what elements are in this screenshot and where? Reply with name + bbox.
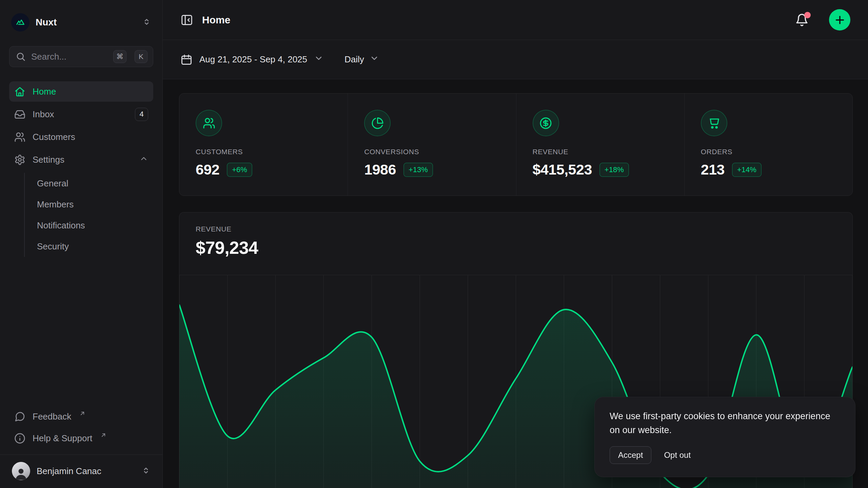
notifications-button[interactable] [795, 13, 809, 27]
stat-value: $415,523 [533, 161, 592, 178]
sidebar-item-label: Settings [33, 155, 132, 165]
workspace-switcher[interactable]: Nuxt [9, 12, 153, 33]
chevron-down-icon [314, 54, 323, 65]
users-icon [14, 131, 25, 143]
add-button[interactable] [829, 9, 850, 30]
external-link-icon [79, 409, 86, 419]
search-input[interactable] [31, 52, 108, 62]
stat-delta-badge: +6% [227, 163, 252, 177]
revenue-chart-header: REVENUE $79,234 [179, 212, 852, 258]
kbd-k: K [135, 50, 147, 63]
page-title: Home [202, 14, 786, 26]
sidebar-spacer [9, 258, 153, 406]
stat-label: CUSTOMERS [196, 148, 331, 156]
date-range-value: Aug 21, 2025 - Sep 4, 2025 [199, 54, 307, 65]
sidebar-item-label: Customers [33, 132, 148, 142]
chevron-up-down-icon [142, 17, 151, 28]
stat-delta-badge: +13% [403, 163, 433, 177]
sidebar-footer: Feedback Help & Support [9, 406, 153, 454]
page-header: Home [163, 0, 868, 40]
stat-card-customers[interactable]: CUSTOMERS 692 +6% [179, 94, 348, 196]
chevron-down-icon [370, 54, 379, 65]
user-menu[interactable]: Benjamin Canac [9, 460, 153, 482]
sidebar-item-home[interactable]: Home [9, 81, 153, 102]
sidebar-item-settings[interactable]: Settings [9, 149, 153, 170]
shopping-cart-icon [701, 110, 727, 136]
stat-label: ORDERS [701, 148, 836, 156]
kbd-cmd: ⌘ [113, 50, 126, 63]
feedback-link[interactable]: Feedback [9, 406, 153, 427]
user-name: Benjamin Canac [37, 466, 135, 476]
info-circle-icon [14, 433, 25, 444]
gear-icon [14, 154, 25, 165]
revenue-chart-label: REVENUE [196, 225, 836, 233]
search-bar[interactable]: ⌘ K [9, 46, 153, 67]
inbox-icon [14, 109, 25, 120]
panel-collapse-button[interactable] [180, 14, 193, 26]
opt-out-button[interactable]: Opt out [664, 450, 691, 460]
revenue-chart-value: $79,234 [196, 238, 836, 258]
stat-card-revenue[interactable]: REVENUE $415,523 +18% [516, 94, 684, 196]
stat-label: REVENUE [533, 148, 668, 156]
stat-card-conversions[interactable]: CONVERSIONS 1986 +13% [348, 94, 516, 196]
dollar-circle-icon [533, 110, 559, 136]
stats-row: CUSTOMERS 692 +6% CONVERSIONS 1986 [179, 93, 853, 196]
user-section: Benjamin Canac [0, 454, 162, 488]
sidebar-item-label: Inbox [33, 109, 128, 120]
inbox-count-badge: 4 [135, 108, 148, 121]
stat-value: 692 [196, 161, 219, 178]
stat-value: 213 [701, 161, 725, 178]
sidebar-item-security[interactable]: Security [25, 236, 153, 257]
sidebar: Nuxt ⌘ K Home [0, 0, 163, 488]
home-icon [14, 86, 25, 97]
plus-icon [834, 14, 846, 26]
pie-chart-icon [364, 110, 391, 136]
stat-value: 1986 [364, 161, 396, 178]
sidebar-item-inbox[interactable]: Inbox 4 [9, 104, 153, 124]
sidebar-item-customers[interactable]: Customers [9, 127, 153, 147]
date-range-picker[interactable]: Aug 21, 2025 - Sep 4, 2025 [180, 54, 323, 66]
panel-left-close-icon [180, 14, 193, 26]
sidebar-item-notifications[interactable]: Notifications [25, 215, 153, 236]
user-avatar [12, 462, 30, 480]
calendar-icon [180, 54, 193, 66]
external-link-icon [100, 430, 107, 441]
sidebar-item-members[interactable]: Members [25, 194, 153, 215]
cookie-actions: Accept Opt out [610, 446, 840, 464]
notification-dot [804, 12, 811, 18]
filter-bar: Aug 21, 2025 - Sep 4, 2025 Daily [163, 40, 868, 79]
cookie-message: We use first-party cookies to enhance yo… [610, 409, 840, 437]
stat-delta-badge: +18% [599, 163, 629, 177]
nuxt-logo-icon [11, 13, 29, 32]
stat-delta-badge: +14% [732, 163, 762, 177]
message-circle-icon [14, 411, 25, 422]
users-stat-icon [196, 110, 222, 136]
sidebar-item-label: Home [33, 86, 148, 97]
granularity-select[interactable]: Daily [344, 54, 379, 65]
workspace-name: Nuxt [36, 17, 136, 28]
cookie-banner: We use first-party cookies to enhance yo… [594, 397, 855, 477]
help-support-label: Help & Support [33, 433, 92, 444]
help-support-link[interactable]: Help & Support [9, 428, 153, 448]
stat-card-orders[interactable]: ORDERS 213 +14% [684, 94, 852, 196]
sidebar-item-general[interactable]: General [25, 173, 153, 194]
chevron-up-down-icon [141, 466, 151, 476]
stat-label: CONVERSIONS [364, 148, 499, 156]
feedback-label: Feedback [33, 411, 71, 422]
sidebar-nav: Home Inbox 4 Customers [9, 81, 153, 258]
search-icon [16, 52, 26, 62]
chevron-up-icon [139, 154, 148, 165]
accept-cookies-button[interactable]: Accept [610, 446, 651, 464]
granularity-value: Daily [344, 54, 364, 65]
settings-subnav: General Members Notifications Security [24, 173, 153, 257]
